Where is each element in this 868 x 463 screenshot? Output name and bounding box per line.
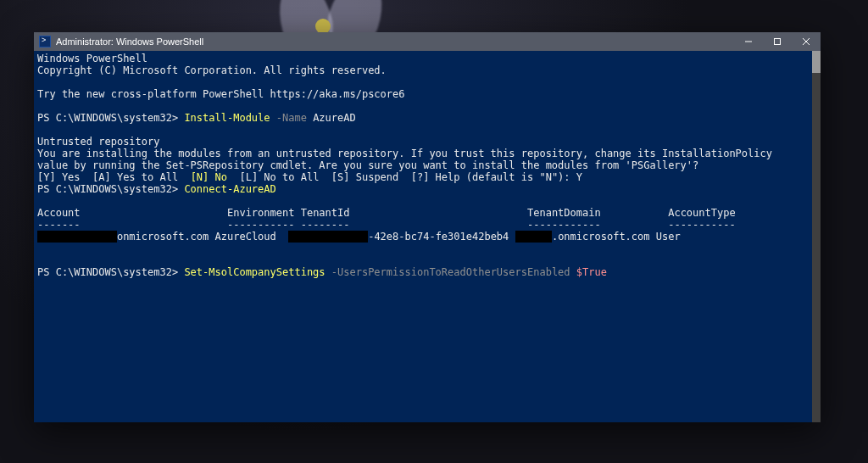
redacted-tenantdomain: xxxxxx [515, 231, 552, 243]
sep-tenantdomain: ------------ [527, 219, 601, 231]
untrusted-header: Untrusted repository [37, 136, 160, 148]
redacted-account: xxxxxxxxxxxxx [37, 231, 117, 243]
prompt2: PS C:\WINDOWS\system32> [37, 183, 184, 195]
minimize-button[interactable] [734, 32, 763, 51]
scrollbar-vertical[interactable] [812, 51, 821, 422]
row-tenantid-suffix: -42e8-bc74-fe301e42beb4 [368, 231, 509, 243]
sep-account: ------- [37, 219, 81, 231]
svg-rect-1 [775, 39, 781, 45]
row-account-suffix: onmicrosoft.com [117, 231, 209, 243]
th-tenantid: TenantId [301, 207, 350, 219]
untrusted-answer: Y [576, 171, 582, 183]
close-button[interactable] [792, 32, 821, 51]
prompt: PS C:\WINDOWS\system32> [37, 112, 184, 124]
cmd3-param: -UsersPermissionToReadOtherUsersEnabled [331, 266, 570, 278]
maximize-button[interactable] [763, 32, 792, 51]
sep-env: ----------- [227, 219, 294, 231]
terminal-output[interactable]: Windows PowerShell Copyright (C) Microso… [34, 51, 821, 422]
powershell-icon [39, 36, 51, 47]
cmd1-cmdlet: Install-Module [184, 112, 270, 124]
banner-line1: Windows PowerShell [37, 53, 147, 64]
cmd3-val: $True [576, 266, 607, 278]
cmd2-cmdlet: Connect-AzureAD [184, 183, 275, 195]
th-tenantdomain: TenantDomain [527, 207, 601, 219]
prompt3: PS C:\WINDOWS\system32> [37, 266, 184, 278]
untrusted-body2: value by running the Set-PSRepository cm… [37, 159, 698, 171]
row-env: AzureCloud [215, 231, 276, 243]
sep-accttype: ----------- [668, 219, 735, 231]
untrusted-opt-rest: [L] No to All [S] Suspend [?] Help (defa… [227, 171, 576, 183]
row-tenantdomain-suffix: .onmicrosoft.com [552, 231, 650, 243]
titlebar[interactable]: Administrator: Windows PowerShell [34, 32, 821, 51]
untrusted-opt-yes: [Y] Yes [A] Yes to All [37, 171, 191, 183]
redacted-tenantid: xxxxxxxxxxxxx [288, 231, 368, 243]
th-env: Environment [227, 207, 294, 219]
banner-try: Try the new cross-platform PowerShell ht… [37, 88, 404, 100]
row-accttype: User [656, 231, 681, 243]
banner-line2: Copyright (C) Microsoft Corporation. All… [37, 64, 387, 76]
scrollbar-thumb[interactable] [812, 51, 821, 73]
powershell-window: Administrator: Windows PowerShell Window… [34, 32, 821, 422]
cmd1-arg: AzureAD [313, 112, 356, 124]
terminal-client: Windows PowerShell Copyright (C) Microso… [34, 51, 821, 422]
untrusted-body1: You are installing the modules from an u… [37, 148, 772, 159]
th-accttype: AccountType [668, 207, 735, 219]
th-account: Account [37, 207, 81, 219]
sep-tenantid: -------- [301, 219, 350, 231]
cmd3-cmdlet: Set-MsolCompanySettings [184, 266, 325, 278]
untrusted-opt-no: [N] No [191, 171, 227, 183]
window-title: Administrator: Windows PowerShell [56, 36, 203, 47]
cmd1-param: -Name [276, 112, 307, 124]
